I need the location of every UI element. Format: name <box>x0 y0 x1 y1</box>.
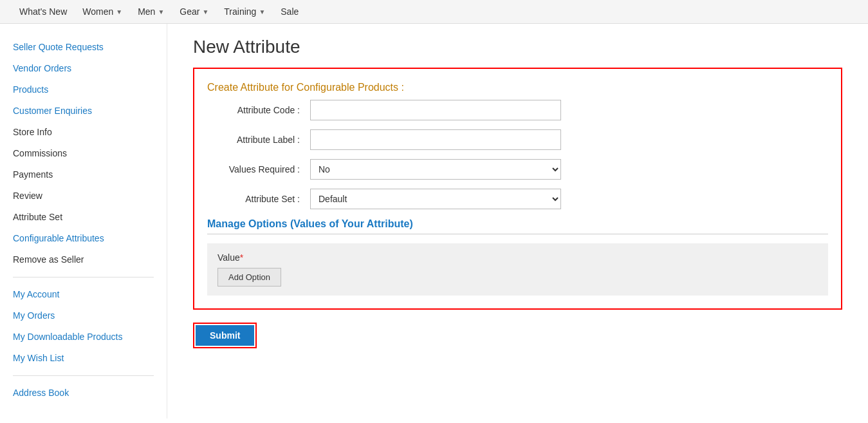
sidebar-item-seller-quote-requests[interactable]: Seller Quote Requests <box>13 37 154 58</box>
attribute-code-label: Attribute Code : <box>207 105 310 115</box>
section-subtitle: Create Attribute for Configurable Produc… <box>207 82 828 93</box>
sidebar-item-my-downloadable-products[interactable]: My Downloadable Products <box>13 326 154 348</box>
manage-options-divider <box>207 234 828 234</box>
values-required-row: Values Required : No Yes <box>207 159 828 180</box>
add-option-button[interactable]: Add Option <box>217 268 281 287</box>
nav-sale[interactable]: Sale <box>281 6 299 17</box>
sidebar-item-store-info[interactable]: Store Info <box>13 122 154 143</box>
attribute-set-select[interactable]: Default <box>310 189 561 209</box>
sidebar-item-configurable-attributes[interactable]: Configurable Attributes <box>13 228 154 249</box>
manage-options-title: Manage Options (Values of Your Attribute… <box>207 218 828 230</box>
nav-women[interactable]: Women ▼ <box>82 6 122 17</box>
sidebar-item-remove-as-seller[interactable]: Remove as Seller <box>13 249 154 270</box>
attribute-set-label: Attribute Set : <box>207 194 310 204</box>
nav-training[interactable]: Training ▼ <box>224 6 265 17</box>
top-navigation: What's New Women ▼ Men ▼ Gear ▼ Training… <box>0 0 868 24</box>
sidebar-item-customer-enquiries[interactable]: Customer Enquiries <box>13 100 154 122</box>
required-asterisk: * <box>240 252 243 263</box>
options-area: Value* Add Option <box>207 243 828 296</box>
submit-button[interactable]: Submit <box>196 325 254 346</box>
chevron-down-icon: ▼ <box>259 8 265 15</box>
nav-gear[interactable]: Gear ▼ <box>180 6 208 17</box>
page-title: New Attribute <box>193 37 842 57</box>
attribute-set-row: Attribute Set : Default <box>207 189 828 209</box>
sidebar-divider-2 <box>13 375 154 376</box>
main-content: New Attribute Create Attribute for Confi… <box>167 24 868 418</box>
chevron-down-icon: ▼ <box>202 8 208 15</box>
nav-whats-new[interactable]: What's New <box>19 6 67 17</box>
sidebar-item-attribute-set[interactable]: Attribute Set <box>13 207 154 228</box>
values-required-label: Values Required : <box>207 164 310 174</box>
attribute-label-row: Attribute Label : <box>207 129 828 150</box>
value-label: Value* <box>217 252 818 263</box>
sidebar-item-review[interactable]: Review <box>13 185 154 207</box>
attribute-code-input[interactable] <box>310 100 561 120</box>
nav-men[interactable]: Men ▼ <box>138 6 164 17</box>
submit-wrapper: Submit <box>193 323 842 348</box>
sidebar-item-address-book[interactable]: Address Book <box>13 382 154 404</box>
sidebar-item-my-account[interactable]: My Account <box>13 284 154 305</box>
chevron-down-icon: ▼ <box>158 8 164 15</box>
attribute-label-input[interactable] <box>310 129 561 150</box>
sidebar-item-payments[interactable]: Payments <box>13 164 154 185</box>
values-required-select[interactable]: No Yes <box>310 159 561 180</box>
sidebar-item-vendor-orders[interactable]: Vendor Orders <box>13 58 154 79</box>
chevron-down-icon: ▼ <box>116 8 122 15</box>
attribute-code-row: Attribute Code : <box>207 100 828 120</box>
sidebar-item-commissions[interactable]: Commissions <box>13 143 154 164</box>
sidebar-item-my-orders[interactable]: My Orders <box>13 305 154 326</box>
submit-border: Submit <box>193 323 257 348</box>
sidebar-divider-1 <box>13 277 154 277</box>
sidebar: Seller Quote Requests Vendor Orders Prod… <box>0 24 167 418</box>
sidebar-item-my-wish-list[interactable]: My Wish List <box>13 348 154 369</box>
sidebar-item-products[interactable]: Products <box>13 79 154 100</box>
page-layout: Seller Quote Requests Vendor Orders Prod… <box>0 24 868 418</box>
attribute-form-container: Create Attribute for Configurable Produc… <box>193 68 842 310</box>
attribute-label-label: Attribute Label : <box>207 135 310 145</box>
